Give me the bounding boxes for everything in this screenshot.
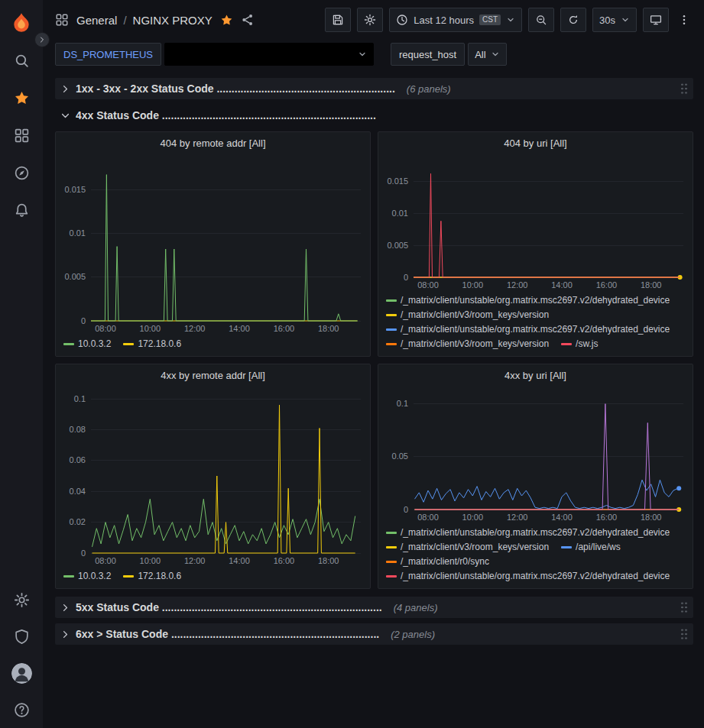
panel-legend: /_matrix/client/unstable/org.matrix.msc2… [378,526,693,588]
legend-row: /_matrix/client/v3/room_keys/version [386,308,685,322]
chevron-right-icon [60,629,70,639]
legend-item[interactable]: /sw.js [561,337,598,351]
svg-text:18:00: 18:00 [641,280,662,290]
app-root: General / NGINX PROXY Last 12 hours CST [0,0,704,728]
chevron-down-icon [491,50,500,59]
row-6xx-status-code[interactable]: 6xx > Status Code ......................… [55,623,693,645]
legend-item[interactable]: /_matrix/client/v3/room_keys/version [386,337,549,351]
zoom-out-button[interactable] [528,8,554,32]
row-title: 6xx > Status Code ......................… [76,628,379,640]
legend-item[interactable]: /_matrix/client/unstable/org.matrix.msc2… [386,322,670,337]
svg-text:08:00: 08:00 [95,324,116,333]
legend-series-marker-icon [561,546,572,548]
drag-handle-icon[interactable] [680,601,688,613]
save-dashboard-button[interactable] [325,8,351,32]
legend-item[interactable]: /_matrix/client/unstable/org.matrix.msc2… [386,526,670,540]
panel-chart[interactable]: 00.0050.010.01508:0010:0012:0014:0016:00… [378,154,693,293]
sidebar-expand-button[interactable] [34,32,50,47]
legend-item[interactable]: /_matrix/client/unstable/org.matrix.msc2… [386,293,670,308]
svg-text:16:00: 16:00 [596,280,618,290]
sidebar-item-configuration[interactable] [6,584,37,615]
legend-item[interactable]: 172.18.0.6 [123,337,181,351]
svg-text:18:00: 18:00 [318,324,339,333]
request-host-variable-select[interactable]: All [468,43,506,66]
legend-series-marker-icon [386,299,397,302]
panel-chart[interactable]: 00.050.108:0010:0012:0014:0016:0018:00 [378,386,693,526]
more-options-button[interactable] [675,8,693,32]
legend-series-marker-icon [386,575,397,578]
svg-text:0.1: 0.1 [74,394,86,403]
panel-1: 404 by uri [All]00.0050.010.01508:0010:0… [378,131,693,357]
panel-title[interactable]: 404 by uri [All] [378,132,693,154]
chevron-right-icon [38,36,46,44]
sidebar-item-explore[interactable] [6,157,37,188]
svg-text:14:00: 14:00 [229,324,250,333]
host-variable-value [171,44,353,65]
legend-label: 172.18.0.6 [138,569,181,584]
refresh-interval-dropdown[interactable]: 30s [592,8,637,32]
drag-handle-icon[interactable] [680,83,688,95]
legend-label: /_matrix/client/r0/sync [401,555,489,569]
datasource-variable-label[interactable]: DS_PROMETHEUS [55,43,161,66]
panel-title[interactable]: 4xx by remote addr [All] [56,364,370,386]
svg-text:12:00: 12:00 [184,556,206,565]
row-4xx-status-code[interactable]: 4xx Status Code ........................… [55,105,693,126]
share-icon[interactable] [241,13,255,27]
favorite-star-icon[interactable] [220,14,233,27]
legend-item[interactable]: 10.0.3.2 [63,337,111,351]
panel-chart[interactable]: 00.0050.010.01508:0010:0012:0014:0016:00… [56,154,370,337]
refresh-button[interactable] [560,8,586,32]
legend-item[interactable]: /_matrix/client/r0/sync [386,555,489,569]
svg-text:0.015: 0.015 [387,176,408,186]
legend-series-marker-icon [561,343,572,345]
sidebar-item-starred[interactable] [6,83,37,113]
cycle-view-mode-button[interactable] [643,8,669,32]
legend-item[interactable]: /api/live/ws [561,540,621,555]
sidebar-item-help[interactable] [6,694,37,725]
legend-item[interactable]: /_matrix/client/v3/room_keys/version [386,540,549,555]
dashboard-settings-button[interactable] [357,8,383,32]
svg-text:0.05: 0.05 [392,451,408,461]
row-title: 4xx Status Code ........................… [76,109,376,121]
row-5xx-status-code[interactable]: 5xx Status Code ........................… [55,597,693,618]
panel-chart[interactable]: 00.020.040.060.080.108:0010:0012:0014:00… [56,386,370,569]
legend-item[interactable]: 10.0.3.2 [63,569,111,584]
legend-series-marker-icon [386,343,397,345]
svg-text:10:00: 10:00 [462,513,484,522]
dashboard-apps-icon[interactable] [55,13,69,27]
row-1xx-3xx-2xx-status-code[interactable]: 1xx - 3xx - 2xx Status Code ............… [55,78,693,99]
svg-text:0.005: 0.005 [387,241,408,250]
legend-item[interactable]: /_matrix/client/v3/room_keys/version [386,308,549,322]
sidebar-item-search[interactable] [6,45,37,76]
grafana-logo[interactable] [6,8,37,38]
variables-bar: DS_PROMETHEUS request_host All [43,40,704,72]
host-variable-group: DS_PROMETHEUS [55,43,374,66]
sidebar-item-alerting[interactable] [6,195,37,225]
legend-item[interactable]: 172.18.0.6 [123,569,181,584]
time-range-picker[interactable]: Last 12 hours CST [389,8,522,32]
legend-label: /_matrix/client/unstable/org.matrix.msc2… [401,322,670,337]
breadcrumb-dashboard-title[interactable]: NGINX PROXY [133,14,212,27]
panel-title[interactable]: 404 by remote addr [All] [56,132,370,154]
sidebar-top-group [6,8,37,225]
drag-handle-icon[interactable] [680,628,688,640]
dashboard-scroll-area[interactable]: 1xx - 3xx - 2xx Status Code ............… [43,72,704,728]
avatar-icon [11,663,32,684]
sidebar-item-server-admin[interactable] [6,621,37,652]
request-host-variable-value: All [475,49,485,60]
sidebar-nav [0,0,43,728]
panel-2: 4xx by remote addr [All]00.020.040.060.0… [55,364,371,589]
sidebar-bottom-group [6,584,37,728]
row-title: 1xx - 3xx - 2xx Status Code ............… [76,83,395,95]
monitor-icon [650,14,662,26]
host-variable-select[interactable] [164,43,374,66]
panel-title[interactable]: 4xx by uri [All] [378,364,693,386]
breadcrumb-folder[interactable]: General [76,14,117,27]
breadcrumb: General / NGINX PROXY [76,14,212,27]
chevron-right-icon [60,603,70,613]
panel-3: 4xx by uri [All]00.050.108:0010:0012:001… [378,364,693,589]
legend-item[interactable]: /_matrix/client/unstable/org.matrix.msc2… [386,569,670,584]
sidebar-item-dashboards[interactable] [6,120,37,150]
row-title: 5xx Status Code ........................… [76,601,382,613]
user-profile-button[interactable] [6,658,37,688]
